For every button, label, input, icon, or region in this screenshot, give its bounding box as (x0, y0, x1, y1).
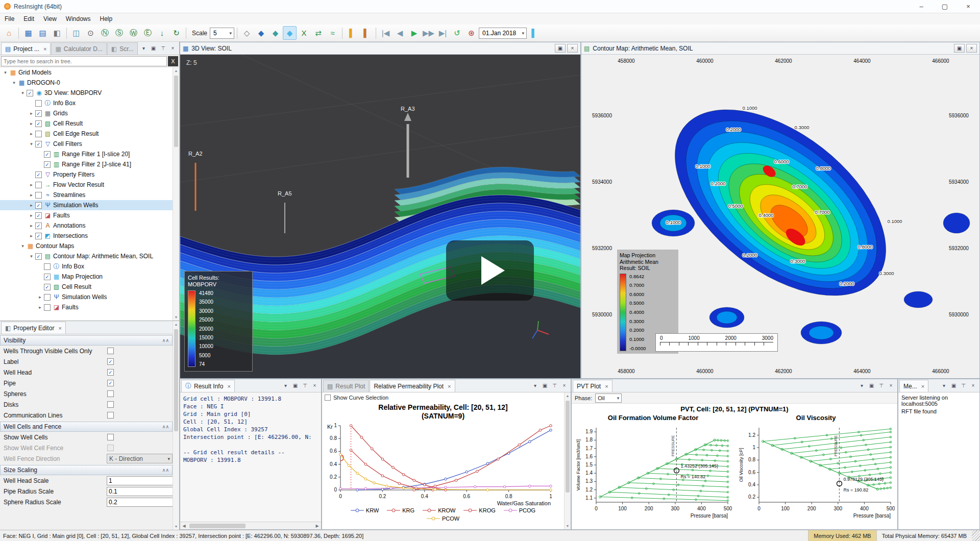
plot-window-icon[interactable]: ▤ (36, 26, 50, 40)
tree-item-intersections[interactable]: ▸✓◩Intersections (0, 231, 179, 241)
tree-item-cell-filters[interactable]: ▾✓▽Cell Filters (0, 139, 179, 149)
tree-item-streamlines[interactable]: ▸≈Streamlines (0, 190, 179, 200)
search-clear-button[interactable]: X (168, 56, 178, 66)
show-well-cell-fence-checkbox[interactable] (107, 445, 114, 451)
tab-close-icon[interactable]: × (58, 325, 61, 331)
anim-prev-icon[interactable]: ◀ (393, 26, 407, 40)
tree-item-grid-models[interactable]: ▾▦Grid Models (0, 67, 179, 78)
show-curve-selection-checkbox[interactable] (325, 395, 331, 401)
checkbox[interactable] (44, 304, 51, 311)
scroll-down-icon[interactable]: ▼ (565, 523, 571, 529)
float-panel-button[interactable]: ▣ (541, 382, 549, 389)
tree-item-property-filters[interactable]: ✓▽Property Filters (0, 169, 179, 180)
phase-select[interactable]: Oil ▾ (595, 394, 622, 403)
scroll-right-icon[interactable]: ▶ (313, 522, 321, 529)
tab-pvt-plot[interactable]: PVT Plot × (573, 380, 612, 392)
tree-item-grids[interactable]: ▸✓▦Grids (0, 108, 179, 118)
close-window-button[interactable]: × (966, 44, 977, 53)
checkbox[interactable]: ✓ (35, 253, 42, 260)
scroll-thumb[interactable] (566, 401, 570, 493)
draw-style-surface-icon[interactable]: ◆ (254, 26, 268, 40)
open-project-icon[interactable]: ⌂ (2, 26, 16, 40)
draw-style-mesh-icon[interactable]: ◆ (268, 26, 282, 40)
panel-menu-button[interactable]: ▾ (531, 382, 539, 389)
checkbox[interactable] (35, 131, 42, 137)
tab-close-icon[interactable]: × (227, 383, 230, 389)
date-select[interactable]: 01.Jan 2018▾ (479, 28, 527, 39)
well-head-scale-input[interactable] (107, 476, 179, 485)
pin-panel-button[interactable]: ⊤ (960, 382, 967, 389)
section-header-well-cells-and-fence[interactable]: Well Cells and Fence∧∧ (0, 422, 173, 432)
close-panel-button[interactable]: × (560, 382, 568, 389)
tab-messages[interactable]: Me... × (899, 380, 928, 392)
show-well-cells-checkbox[interactable] (107, 434, 114, 440)
contour-titlebar[interactable]: ▤ Contour Map: Arithmetic Mean, SOIL ▣ × (581, 42, 979, 55)
view-north-icon[interactable]: Ⓝ (98, 26, 112, 40)
sphere-radius-scale-input[interactable] (107, 498, 179, 507)
scroll-left-icon[interactable]: ◀ (180, 522, 188, 529)
checkbox[interactable] (35, 100, 42, 107)
view3d-titlebar[interactable]: ▦ 3D View: SOIL ▣ × (180, 42, 580, 55)
tree-item-range-filter-1-i-slice-20[interactable]: ✓▥Range Filter 1 [I-slice 20] (0, 149, 179, 159)
resize-grip[interactable] (972, 530, 980, 541)
legend-item-krg[interactable]: KRG (387, 507, 414, 513)
legend-item-pcog[interactable]: PCOG (504, 507, 535, 513)
rotate-view-icon[interactable]: ↻ (169, 26, 183, 40)
communication-lines-checkbox[interactable] (107, 412, 114, 419)
tree-item-info-box[interactable]: ⓘInfo Box (0, 98, 179, 108)
expand-arrow-icon[interactable]: ▸ (28, 121, 35, 126)
tab-project[interactable]: ▤Project ...× (1, 42, 51, 55)
anim-settings-icon[interactable]: ⊛ (464, 26, 478, 40)
collapse-arrow-icon[interactable]: ▾ (28, 254, 35, 259)
tab-result-plot[interactable]: ▤ Result Plot (323, 380, 369, 392)
pin-panel-button[interactable]: ⊤ (301, 382, 309, 389)
well-head-checkbox[interactable]: ✓ (107, 369, 114, 376)
tree-item-annotations[interactable]: ▸✓AAnnotations (0, 220, 179, 231)
expand-arrow-icon[interactable]: ▸ (28, 111, 35, 116)
view-down-icon[interactable]: ↓ (155, 26, 169, 40)
tree-item-3d-view-mobporv[interactable]: ▾✓◉3D View: MOBPORV (0, 88, 179, 98)
script-editor-icon[interactable]: ◧ (50, 26, 64, 40)
float-panel-button[interactable]: ▣ (150, 44, 157, 52)
float-panel-button[interactable]: ▣ (291, 382, 299, 389)
expand-arrow-icon[interactable]: ▸ (28, 233, 35, 238)
expand-arrow-icon[interactable]: ▸ (28, 223, 35, 228)
menu-view[interactable]: View (39, 14, 61, 24)
zoom-all-icon[interactable]: ⊙ (84, 26, 97, 40)
tree-item-faults[interactable]: ▸✓◪Faults (0, 210, 179, 220)
well-fence-direction-select[interactable]: K - Direction▾ (107, 454, 173, 463)
pin-panel-button[interactable]: ⊤ (159, 44, 167, 52)
case-legend-icon[interactable]: ▌ (527, 26, 541, 40)
tree-item-simulation-wells[interactable]: ▸✓ΨSimulation Wells (0, 200, 179, 210)
tab-property-editor[interactable]: ◧ Property Editor × (1, 322, 66, 334)
restore-window-button[interactable]: ▣ (555, 44, 566, 53)
wells-through-visible-cells-only-checkbox[interactable] (107, 348, 114, 354)
anim-repeat-icon[interactable]: ↺ (450, 26, 464, 40)
close-panel-button[interactable]: × (311, 382, 318, 389)
tree-item-info-box[interactable]: ⓘInfo Box (0, 261, 179, 272)
pin-panel-button[interactable]: ⊤ (877, 382, 885, 389)
checkbox[interactable] (35, 182, 42, 188)
checkbox[interactable]: ✓ (35, 171, 42, 178)
legend-config-icon[interactable]: ▌ (359, 26, 373, 40)
collapse-arrow-icon[interactable]: ▾ (28, 141, 35, 146)
menu-windows[interactable]: Windows (61, 14, 95, 24)
collapse-arrow-icon[interactable]: ▾ (19, 243, 26, 249)
tab-close-icon[interactable]: × (605, 383, 608, 389)
anim-play-icon[interactable]: ▶ (407, 26, 421, 40)
tree-item-map-projection[interactable]: ✓▦Map Projection (0, 272, 179, 282)
checkbox[interactable]: ✓ (35, 120, 42, 127)
restore-window-button[interactable]: ▣ (954, 44, 965, 53)
tab-close-icon[interactable]: × (921, 383, 924, 389)
video-play-button[interactable] (446, 240, 534, 301)
anim-play-fwd-icon[interactable]: ▶▶ (422, 26, 435, 40)
panel-menu-button[interactable]: ▾ (140, 44, 148, 52)
disks-checkbox[interactable] (107, 401, 114, 408)
close-panel-button[interactable]: × (969, 382, 977, 389)
tree-item-contour-map-arithmetic-mean-soil[interactable]: ▾✓▤Contour Map: Arithmetic Mean, SOIL (0, 251, 179, 261)
scroll-thumb[interactable] (174, 329, 178, 431)
close-window-button[interactable]: × (567, 44, 578, 53)
close-panel-button[interactable]: × (169, 44, 177, 52)
flow-exchange-icon[interactable]: ⇄ (311, 26, 325, 40)
tab-calculator-d[interactable]: ▦Calculator D... (51, 42, 106, 55)
